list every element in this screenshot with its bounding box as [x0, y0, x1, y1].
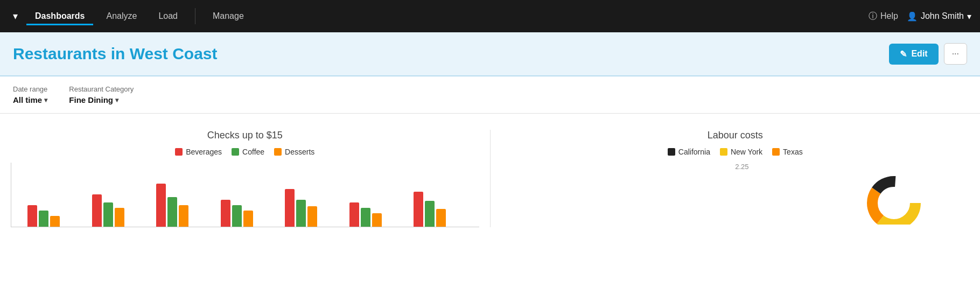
bar-desserts-7	[436, 209, 446, 227]
bar-desserts-5	[307, 206, 317, 227]
coffee-color-swatch	[232, 148, 239, 156]
category-filter: Restaurant Category Fine Dining ▾	[69, 85, 134, 104]
date-range-filter: Date range All time ▾	[13, 85, 47, 104]
bar-desserts-4	[243, 211, 253, 227]
bar-group-1	[27, 205, 88, 227]
right-chart-section: Labour costs California New York Texas 2…	[491, 124, 981, 233]
nav-item-dashboards[interactable]: Dashboards	[26, 7, 93, 25]
legend-item-new-york: New York	[720, 148, 762, 156]
date-range-chevron-icon: ▾	[44, 96, 47, 104]
category-label: Restaurant Category	[69, 85, 134, 93]
legend-item-california: California	[668, 148, 710, 156]
category-chevron-icon: ▾	[115, 96, 118, 104]
left-chart-title: Checks up to $15	[207, 130, 283, 141]
bar-coffee-3	[167, 197, 177, 227]
date-range-value[interactable]: All time ▾	[13, 95, 47, 104]
texas-label: Texas	[783, 148, 803, 156]
more-options-button[interactable]: ···	[944, 43, 967, 65]
filters-bar: Date range All time ▾ Restaurant Categor…	[0, 76, 980, 114]
header-actions: ✎ Edit ···	[889, 43, 967, 65]
right-chart-visual: 2.25	[501, 163, 970, 227]
nav-item-load[interactable]: Load	[150, 7, 186, 25]
desserts-label: Desserts	[285, 148, 314, 156]
left-bar-chart	[11, 163, 479, 227]
bar-beverages-3	[156, 184, 166, 227]
user-chevron-icon: ▾	[967, 11, 971, 22]
bar-group-5	[285, 189, 345, 227]
help-circle-icon: ⓘ	[869, 11, 877, 22]
date-range-text: All time	[13, 95, 42, 104]
bar-group-7	[414, 192, 474, 227]
bar-group-2	[92, 194, 152, 227]
beverages-label: Beverages	[186, 148, 222, 156]
user-menu[interactable]: 👤 John Smith ▾	[907, 11, 971, 22]
california-label: California	[678, 148, 710, 156]
dashboard-title: Restaurants in West Coast	[13, 45, 218, 63]
right-chart-value-label: 2.25	[735, 163, 748, 171]
edit-button[interactable]: ✎ Edit	[889, 44, 938, 65]
legend-item-coffee: Coffee	[232, 148, 264, 156]
legend-item-beverages: Beverages	[175, 148, 222, 156]
bar-beverages-1	[27, 205, 37, 227]
right-chart-title: Labour costs	[708, 130, 763, 141]
help-label: Help	[880, 11, 898, 21]
top-navigation: ▾ Dashboards Analyze Load Manage ⓘ Help …	[0, 0, 980, 32]
bar-beverages-6	[349, 202, 359, 227]
bar-group-6	[349, 202, 410, 227]
bar-beverages-7	[414, 192, 423, 227]
labour-costs-chart-svg	[862, 171, 926, 225]
bar-coffee-7	[425, 201, 435, 227]
bar-coffee-1	[39, 211, 48, 227]
bar-coffee-2	[103, 202, 113, 227]
bar-desserts-3	[179, 205, 188, 227]
charts-area: Checks up to $15 Beverages Coffee Desser…	[0, 114, 980, 243]
help-button[interactable]: ⓘ Help	[869, 11, 898, 22]
left-chart-legend: Beverages Coffee Desserts	[175, 148, 314, 156]
bar-beverages-5	[285, 189, 295, 227]
desserts-color-swatch	[274, 148, 282, 156]
bar-coffee-5	[296, 200, 306, 227]
bar-desserts-1	[50, 216, 60, 227]
right-chart-legend: California New York Texas	[668, 148, 803, 156]
texas-color-swatch	[772, 148, 780, 156]
legend-item-desserts: Desserts	[274, 148, 314, 156]
newyork-color-swatch	[720, 148, 727, 156]
user-icon: 👤	[907, 11, 918, 22]
bar-coffee-4	[232, 205, 242, 227]
category-text: Fine Dining	[69, 95, 113, 104]
nav-divider	[195, 8, 195, 24]
pencil-icon: ✎	[900, 49, 907, 59]
user-name-label: John Smith	[921, 11, 964, 21]
new-york-label: New York	[731, 148, 762, 156]
bar-desserts-6	[372, 213, 382, 227]
nav-collapse-icon[interactable]: ▾	[9, 6, 22, 26]
bar-beverages-2	[92, 194, 102, 227]
nav-item-manage[interactable]: Manage	[204, 7, 253, 25]
left-chart-section: Checks up to $15 Beverages Coffee Desser…	[0, 124, 490, 233]
edit-label: Edit	[911, 49, 927, 59]
category-value[interactable]: Fine Dining ▾	[69, 95, 134, 104]
nav-item-analyze[interactable]: Analyze	[97, 7, 145, 25]
nav-right-section: ⓘ Help 👤 John Smith ▾	[869, 11, 971, 22]
california-color-swatch	[668, 148, 675, 156]
bar-beverages-4	[221, 200, 230, 227]
date-range-label: Date range	[13, 85, 47, 93]
legend-item-texas: Texas	[772, 148, 803, 156]
bar-coffee-6	[361, 208, 370, 227]
bar-desserts-2	[115, 208, 124, 227]
dashboard-header: Restaurants in West Coast ✎ Edit ···	[0, 32, 980, 76]
bar-group-3	[156, 184, 216, 227]
coffee-label: Coffee	[242, 148, 264, 156]
beverages-color-swatch	[175, 148, 183, 156]
bar-group-4	[221, 200, 281, 227]
